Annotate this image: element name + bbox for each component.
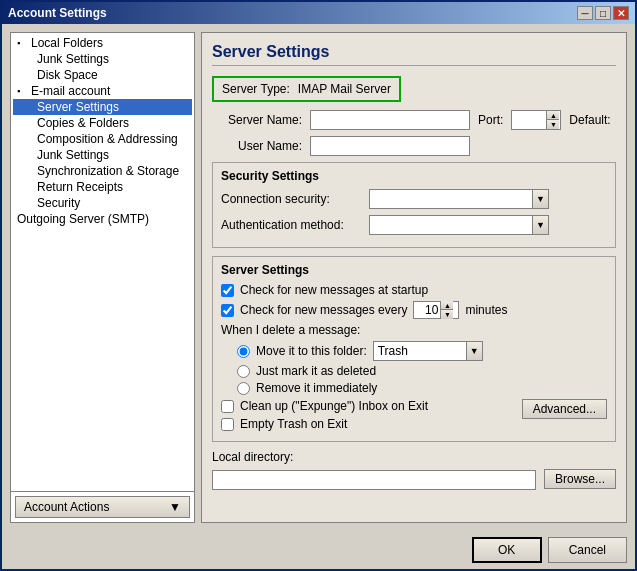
window-title: Account Settings bbox=[8, 6, 107, 20]
title-bar-buttons: ─ □ ✕ bbox=[577, 6, 629, 20]
cleanup-checkboxes: Clean up ("Expunge") Inbox on Exit Empty… bbox=[221, 399, 428, 435]
sidebar-item-outgoing-server[interactable]: Outgoing Server (SMTP) bbox=[13, 211, 192, 227]
server-type-value: IMAP Mail Server bbox=[298, 82, 391, 96]
footer-buttons: OK Cancel bbox=[2, 531, 635, 569]
username-input[interactable] bbox=[310, 136, 470, 156]
check-startup-checkbox[interactable] bbox=[221, 284, 234, 297]
server-name-input[interactable] bbox=[310, 110, 470, 130]
sidebar: ▪ Local Folders Junk Settings Disk Space… bbox=[10, 32, 195, 523]
clean-up-row: Clean up ("Expunge") Inbox on Exit bbox=[221, 399, 428, 413]
sidebar-item-junk-settings[interactable]: Junk Settings bbox=[13, 147, 192, 163]
local-directory-input[interactable] bbox=[212, 470, 536, 490]
auth-method-label: Authentication method: bbox=[221, 218, 361, 232]
browse-button[interactable]: Browse... bbox=[544, 469, 616, 489]
sidebar-item-sync-storage[interactable]: Synchronization & Storage bbox=[13, 163, 192, 179]
security-settings-group: Security Settings Connection security: ▼… bbox=[212, 162, 616, 248]
move-to-folder-row: Move it to this folder: Trash ▼ bbox=[221, 341, 607, 361]
check-every-row: Check for new messages every ▲ ▼ minutes bbox=[221, 301, 607, 319]
connection-security-arrow[interactable]: ▼ bbox=[532, 190, 548, 208]
empty-trash-label: Empty Trash on Exit bbox=[240, 417, 347, 431]
move-to-folder-radio[interactable] bbox=[237, 345, 250, 358]
just-mark-radio[interactable] bbox=[237, 365, 250, 378]
sidebar-item-email-account[interactable]: ▪ E-mail account bbox=[13, 83, 192, 99]
remove-immediately-row: Remove it immediately bbox=[221, 381, 607, 395]
trash-folder-value: Trash bbox=[374, 344, 466, 358]
account-actions-button[interactable]: Account Actions ▼ bbox=[15, 496, 190, 518]
connection-security-label: Connection security: bbox=[221, 192, 361, 206]
delete-message-section: When I delete a message: Move it to this… bbox=[221, 323, 607, 395]
sidebar-item-local-folders[interactable]: ▪ Local Folders bbox=[13, 35, 192, 51]
remove-immediately-radio[interactable] bbox=[237, 382, 250, 395]
empty-trash-row: Empty Trash on Exit bbox=[221, 417, 428, 431]
ok-button[interactable]: OK bbox=[472, 537, 542, 563]
auth-method-row: Authentication method: ▼ bbox=[221, 215, 607, 235]
local-directory-row: Browse... bbox=[212, 467, 616, 490]
port-spinner: ▲ ▼ bbox=[546, 111, 559, 129]
sidebar-item-security[interactable]: Security bbox=[13, 195, 192, 211]
sidebar-item-server-settings[interactable]: Server Settings bbox=[13, 99, 192, 115]
sidebar-item-composition-addressing[interactable]: Composition & Addressing bbox=[13, 131, 192, 147]
content-area: ▪ Local Folders Junk Settings Disk Space… bbox=[2, 24, 635, 531]
sidebar-item-junk-settings-local[interactable]: Junk Settings bbox=[13, 51, 192, 67]
collapse-icon: ▪ bbox=[17, 38, 29, 48]
empty-trash-checkbox[interactable] bbox=[221, 418, 234, 431]
panel-title: Server Settings bbox=[212, 43, 616, 66]
just-mark-row: Just mark it as deleted bbox=[221, 364, 607, 378]
minutes-up-button[interactable]: ▲ bbox=[441, 301, 453, 310]
sidebar-bottom: Account Actions ▼ bbox=[11, 491, 194, 522]
move-to-folder-label: Move it to this folder: bbox=[256, 344, 367, 358]
just-mark-label: Just mark it as deleted bbox=[256, 364, 376, 378]
auth-method-arrow[interactable]: ▼ bbox=[532, 216, 548, 234]
minutes-label: minutes bbox=[465, 303, 507, 317]
server-name-row: Server Name: Port: ▲ ▼ Default: bbox=[212, 110, 616, 130]
clean-up-checkbox[interactable] bbox=[221, 400, 234, 413]
server-settings-group: Server Settings Check for new messages a… bbox=[212, 256, 616, 442]
minimize-button[interactable]: ─ bbox=[577, 6, 593, 20]
local-directory-section: Local directory: Browse... bbox=[212, 450, 616, 490]
delete-message-label: When I delete a message: bbox=[221, 323, 607, 337]
port-label: Port: bbox=[478, 113, 503, 127]
trash-folder-dropdown[interactable]: Trash ▼ bbox=[373, 341, 483, 361]
connection-security-row: Connection security: ▼ bbox=[221, 189, 607, 209]
title-bar: Account Settings ─ □ ✕ bbox=[2, 2, 635, 24]
default-label: Default: bbox=[569, 113, 610, 127]
port-up-button[interactable]: ▲ bbox=[547, 111, 559, 120]
sidebar-item-return-receipts[interactable]: Return Receipts bbox=[13, 179, 192, 195]
minutes-spinner: ▲ ▼ bbox=[440, 301, 453, 319]
trash-folder-arrow[interactable]: ▼ bbox=[466, 342, 482, 360]
advanced-button[interactable]: Advanced... bbox=[522, 399, 607, 419]
remove-immediately-label: Remove it immediately bbox=[256, 381, 377, 395]
server-type-box: Server Type: IMAP Mail Server bbox=[212, 76, 401, 102]
close-button[interactable]: ✕ bbox=[613, 6, 629, 20]
minutes-input[interactable] bbox=[414, 303, 440, 317]
cancel-button[interactable]: Cancel bbox=[548, 537, 627, 563]
minutes-spinner-container: ▲ ▼ bbox=[413, 301, 459, 319]
sidebar-item-disk-space[interactable]: Disk Space bbox=[13, 67, 192, 83]
clean-up-label: Clean up ("Expunge") Inbox on Exit bbox=[240, 399, 428, 413]
sidebar-tree: ▪ Local Folders Junk Settings Disk Space… bbox=[11, 33, 194, 491]
port-input[interactable] bbox=[512, 113, 546, 127]
username-row: User Name: bbox=[212, 136, 616, 156]
maximize-button[interactable]: □ bbox=[595, 6, 611, 20]
port-down-button[interactable]: ▼ bbox=[547, 120, 559, 129]
server-type-label: Server Type: bbox=[222, 82, 290, 96]
local-directory-label: Local directory: bbox=[212, 450, 616, 464]
check-startup-label: Check for new messages at startup bbox=[240, 283, 428, 297]
username-label: User Name: bbox=[212, 139, 302, 153]
server-settings-section-title: Server Settings bbox=[221, 263, 607, 277]
collapse-icon-email: ▪ bbox=[17, 86, 29, 96]
auth-method-dropdown[interactable]: ▼ bbox=[369, 215, 549, 235]
cleanup-advanced-row: Clean up ("Expunge") Inbox on Exit Empty… bbox=[221, 399, 607, 435]
check-every-label: Check for new messages every bbox=[240, 303, 407, 317]
connection-security-dropdown[interactable]: ▼ bbox=[369, 189, 549, 209]
check-startup-row: Check for new messages at startup bbox=[221, 283, 607, 297]
main-panel: Server Settings Server Type: IMAP Mail S… bbox=[201, 32, 627, 523]
server-name-label: Server Name: bbox=[212, 113, 302, 127]
minutes-down-button[interactable]: ▼ bbox=[441, 310, 453, 319]
account-settings-window: Account Settings ─ □ ✕ ▪ Local Folders J… bbox=[0, 0, 637, 571]
security-settings-title: Security Settings bbox=[221, 169, 607, 183]
sidebar-item-copies-folders[interactable]: Copies & Folders bbox=[13, 115, 192, 131]
check-every-checkbox[interactable] bbox=[221, 304, 234, 317]
